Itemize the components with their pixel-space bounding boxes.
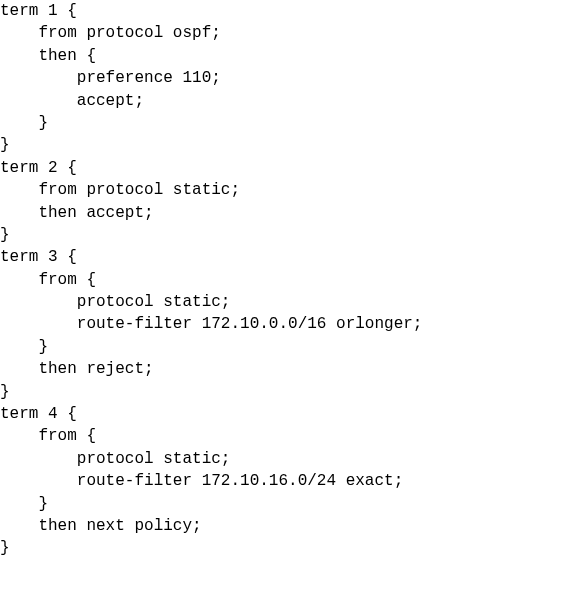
code-line: from { xyxy=(0,427,96,445)
code-line: then { xyxy=(0,47,96,65)
code-line: then accept; xyxy=(0,204,154,222)
code-line: term 3 { xyxy=(0,248,77,266)
code-block: term 1 { from protocol ospf; then { pref… xyxy=(0,0,576,560)
code-line: term 2 { xyxy=(0,159,77,177)
code-line: route-filter 172.10.0.0/16 orlonger; xyxy=(0,315,422,333)
code-line: } xyxy=(0,114,48,132)
code-line: } xyxy=(0,338,48,356)
code-line: route-filter 172.10.16.0/24 exact; xyxy=(0,472,403,490)
code-line: term 4 { xyxy=(0,405,77,423)
code-line: then reject; xyxy=(0,360,154,378)
code-line: from protocol static; xyxy=(0,181,240,199)
code-line: preference 110; xyxy=(0,69,221,87)
code-line: protocol static; xyxy=(0,450,230,468)
code-line: from { xyxy=(0,271,96,289)
code-line: } xyxy=(0,383,10,401)
code-line: } xyxy=(0,136,10,154)
code-line: term 1 { xyxy=(0,2,77,20)
code-line: } xyxy=(0,226,10,244)
code-line: } xyxy=(0,539,10,557)
code-line: accept; xyxy=(0,92,144,110)
code-line: from protocol ospf; xyxy=(0,24,221,42)
code-line: protocol static; xyxy=(0,293,230,311)
code-line: then next policy; xyxy=(0,517,202,535)
code-line: } xyxy=(0,495,48,513)
